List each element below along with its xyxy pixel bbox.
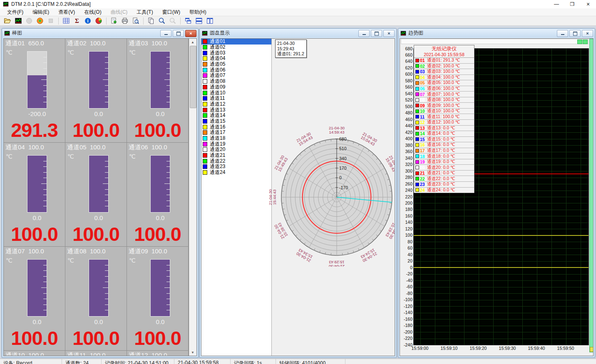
- legend-row[interactable]: 08通道08: 100.0 ℃: [414, 97, 474, 103]
- channel-list-item[interactable]: 通道05: [201, 62, 271, 67]
- vscroll-thumb[interactable]: [590, 347, 594, 352]
- legend-row[interactable]: 12通道12: 100.0 ℃: [414, 120, 474, 126]
- legend-row[interactable]: 22通道22: 0.0 ℃: [414, 176, 474, 182]
- menu-帮助(H)[interactable]: 帮助(H): [185, 8, 211, 16]
- pie-chart-icon[interactable]: [95, 17, 102, 25]
- bar-gauge-通道03[interactable]: 通道03100.0℃0.0100.0: [127, 39, 188, 142]
- legend-row[interactable]: 13通道13: 0.0 ℃: [414, 126, 474, 131]
- bar-window-scrollbar[interactable]: ▲ ▼: [189, 39, 196, 356]
- trend-horizontal-scrollbar[interactable]: [401, 39, 589, 44]
- menu-查看(V)[interactable]: 查看(V): [54, 8, 79, 16]
- channel-list-item[interactable]: 通道13: [201, 107, 271, 113]
- legend-row[interactable]: 07通道07: 100.0 ℃: [414, 92, 474, 97]
- menu-在线(O)[interactable]: 在线(O): [79, 8, 106, 16]
- legend-row[interactable]: 21通道21: 0.0 ℃: [414, 171, 474, 176]
- scroll-up-icon[interactable]: ▲: [189, 39, 196, 45]
- cascade-windows-icon[interactable]: [184, 17, 192, 25]
- channel-list-item[interactable]: 通道08: [201, 79, 271, 84]
- channel-list-item[interactable]: 通道15: [201, 119, 271, 124]
- legend-row[interactable]: 20通道20: 0.0 ℃: [414, 165, 474, 171]
- copy-icon[interactable]: [147, 17, 155, 25]
- bar-gauge-通道06[interactable]: 通道06100.0℃0.0100.0: [127, 143, 188, 246]
- channel-list-item[interactable]: 通道03: [201, 50, 271, 56]
- channel-list-item[interactable]: 通道18: [201, 136, 271, 141]
- bar-gauge-通道02[interactable]: 通道02100.0℃0.0100.0: [65, 39, 127, 142]
- legend-row[interactable]: 15通道15: 0.0 ℃: [414, 137, 474, 143]
- channel-list-item[interactable]: 通道12: [201, 102, 271, 107]
- bar-window-maximize-button[interactable]: [173, 30, 184, 37]
- print-preview-icon[interactable]: [132, 17, 139, 25]
- legend-row[interactable]: 11通道11: 100.0 ℃: [414, 114, 474, 120]
- legend-row[interactable]: 09通道09: 100.0 ℃: [414, 103, 474, 109]
- bar-gauge-通道11[interactable]: 通道11100.0℃0.0100.0: [65, 351, 127, 356]
- legend-row[interactable]: 01通道01: 291.3 ℃: [414, 58, 474, 64]
- bar-gauge-通道04[interactable]: 通道04100.0℃0.0100.0: [4, 143, 65, 246]
- disc-window-minimize-button[interactable]: [358, 30, 370, 37]
- legend-row[interactable]: 03通道03: 100.0 ℃: [414, 69, 474, 75]
- data-table-icon[interactable]: [62, 17, 70, 25]
- export-icon[interactable]: [110, 17, 118, 25]
- record-active-icon[interactable]: [36, 17, 44, 25]
- channel-list-item[interactable]: 通道17: [201, 130, 271, 136]
- channel-list-item[interactable]: 通道24: [201, 170, 271, 176]
- legend-row[interactable]: 17通道17: 0.0 ℃: [414, 148, 474, 154]
- channel-list-item[interactable]: 通道16: [201, 124, 271, 130]
- close-button[interactable]: ×: [580, 0, 596, 8]
- channel-list-item[interactable]: 通道14: [201, 113, 271, 119]
- menu-编辑(E)[interactable]: 编辑(E): [28, 8, 54, 16]
- channel-list-item[interactable]: 通道10: [201, 90, 271, 96]
- bar-window-minimize-button[interactable]: [160, 30, 171, 37]
- statistics-sigma-icon[interactable]: Σ: [73, 17, 81, 25]
- minimize-button[interactable]: —: [549, 0, 564, 8]
- legend-row[interactable]: 14通道14: 0.0 ℃: [414, 131, 474, 137]
- channel-list-item[interactable]: 通道20: [201, 147, 271, 153]
- scroll-down-icon[interactable]: ▼: [189, 349, 196, 356]
- hscroll-right-button[interactable]: [583, 40, 588, 44]
- scrollbar-thumb[interactable]: [190, 46, 196, 108]
- legend-row[interactable]: 02通道02: 100.0 ℃: [414, 64, 474, 69]
- realtime-monitor-icon[interactable]: [15, 17, 22, 25]
- legend-row[interactable]: 23通道23: 0.0 ℃: [414, 182, 474, 188]
- channel-list-item[interactable]: 通道06: [201, 67, 271, 73]
- legend-row[interactable]: 10通道10: 100.0 ℃: [414, 109, 474, 114]
- legend-row[interactable]: 19通道19: 0.0 ℃: [414, 159, 474, 165]
- zoom-icon[interactable]: [158, 17, 166, 25]
- bar-gauge-通道01[interactable]: 通道01650.0℃-200.0291.3: [4, 39, 65, 142]
- bar-gauge-通道07[interactable]: 通道07100.0℃0.0100.0: [4, 247, 65, 350]
- trend-vertical-scrollbar[interactable]: [589, 39, 594, 352]
- tile-vertical-icon[interactable]: [206, 17, 214, 25]
- open-file-icon[interactable]: [4, 17, 11, 25]
- legend-row[interactable]: 06通道06: 100.0 ℃: [414, 86, 474, 92]
- legend-row[interactable]: 18通道18: 0.0 ℃: [414, 154, 474, 159]
- legend-row[interactable]: 05通道05: 100.0 ℃: [414, 80, 474, 86]
- trend-window-maximize-button[interactable]: [569, 30, 581, 37]
- bar-window-close-button[interactable]: ×: [185, 30, 196, 37]
- bar-gauge-通道08[interactable]: 通道08100.0℃0.0100.0: [65, 247, 127, 350]
- legend-row[interactable]: 04通道04: 100.0 ℃: [414, 75, 474, 81]
- info-icon[interactable]: i: [84, 17, 92, 25]
- channel-list-item[interactable]: 通道01: [201, 39, 271, 45]
- trend-window-minimize-button[interactable]: [557, 30, 568, 37]
- bar-gauge-通道12[interactable]: 通道12100.0℃0.0100.0: [127, 351, 188, 356]
- trend-window-close-button[interactable]: ×: [582, 30, 593, 37]
- channel-list-item[interactable]: 通道21: [201, 153, 271, 158]
- channel-list-item[interactable]: 通道07: [201, 73, 271, 79]
- channel-list-item[interactable]: 通道09: [201, 84, 271, 90]
- menu-文件(F)[interactable]: 文件(F): [2, 8, 28, 16]
- legend-row[interactable]: 24通道24: 0.0 ℃: [414, 188, 474, 193]
- tile-horizontal-icon[interactable]: [195, 17, 203, 25]
- bar-gauge-通道05[interactable]: 通道05100.0℃0.0100.0: [65, 143, 127, 246]
- channel-list-item[interactable]: 通道02: [201, 45, 271, 50]
- channel-list-item[interactable]: 通道22: [201, 158, 271, 164]
- menu-工具(T)[interactable]: 工具(T): [132, 8, 157, 16]
- bar-gauge-通道10[interactable]: 通道10100.0℃0.0100.0: [4, 351, 65, 356]
- restore-button[interactable]: ❒: [564, 0, 580, 8]
- disc-window-close-button[interactable]: ×: [383, 30, 395, 37]
- hscroll-thumb[interactable]: [577, 40, 582, 44]
- legend-row[interactable]: 16通道16: 0.0 ℃: [414, 142, 474, 148]
- channel-list-item[interactable]: 通道19: [201, 141, 271, 147]
- bar-gauge-通道09[interactable]: 通道09100.0℃0.0100.0: [127, 247, 188, 350]
- channel-list-item[interactable]: 通道04: [201, 56, 271, 62]
- disc-window-maximize-button[interactable]: [371, 30, 382, 37]
- channel-list-item[interactable]: 通道11: [201, 96, 271, 102]
